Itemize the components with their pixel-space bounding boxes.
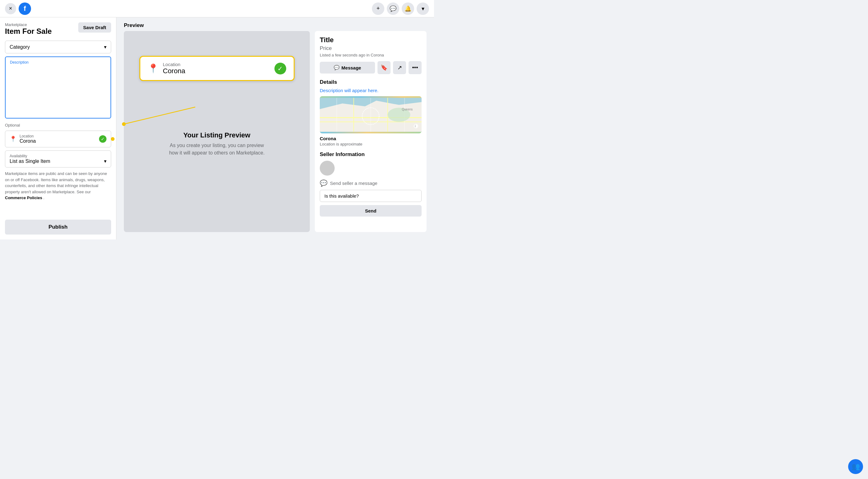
details-section: Details Description will appear here.	[320, 79, 422, 146]
ellipsis-icon: •••	[412, 65, 418, 71]
save-draft-button[interactable]: Save Draft	[78, 22, 111, 33]
location-field[interactable]: 📍 Location Corona ✓	[5, 131, 111, 147]
optional-label: Optional	[5, 123, 111, 128]
popup-location-value: Corona	[163, 67, 270, 75]
availability-label: Availability	[10, 154, 106, 158]
close-button[interactable]: ×	[5, 3, 16, 14]
share-icon: ↗	[397, 64, 402, 71]
location-value: Corona	[20, 138, 96, 144]
item-for-sale-title: Item For Sale	[5, 27, 52, 36]
message-bubble-icon: 💬	[320, 179, 328, 187]
preview-subtitle: As you create your listing, you can prev…	[169, 142, 265, 157]
marketplace-label: Marketplace	[5, 22, 52, 27]
popup-location-pin-icon: 📍	[148, 63, 159, 73]
listing-title: Title	[320, 36, 422, 44]
chevron-down-icon: ▾	[422, 5, 424, 12]
location-popup: 📍 Location Corona ✓	[140, 56, 294, 81]
policy-text: Marketplace items are public and can be …	[5, 171, 111, 201]
send-seller-message-label: Send seller a message	[330, 180, 377, 186]
notifications-button[interactable]: 🔔	[402, 2, 414, 15]
corona-label: Corona	[320, 136, 422, 141]
listing-time: Listed a few seconds ago in Corona	[320, 53, 422, 58]
messenger-btn-icon: 💬	[334, 65, 340, 70]
sidebar-content: Category ▾ Description Optional 📍 Locati…	[0, 38, 116, 215]
more-options-button[interactable]: •••	[408, 61, 422, 74]
messenger-button[interactable]: 💬	[387, 2, 399, 15]
message-input-row: 💬 Send seller a message	[320, 179, 422, 187]
location-check-icon: ✓	[99, 135, 106, 143]
commerce-policies-link[interactable]: Commerce Policies	[5, 196, 42, 200]
account-menu-button[interactable]: ▾	[416, 2, 429, 15]
location-small-label: Location	[20, 134, 96, 138]
save-icon-button[interactable]: 🔖	[377, 61, 391, 74]
description-link[interactable]: Description will appear here.	[320, 88, 422, 93]
svg-point-14	[413, 124, 418, 129]
availability-value: List as Single Item	[10, 159, 50, 164]
right-panel: Title Price Listed a few seconds ago in …	[315, 31, 427, 232]
yellow-dot-indicator	[111, 137, 115, 141]
location-text-block: Location Corona	[20, 134, 96, 144]
nav-right: + 💬 🔔 ▾	[372, 2, 429, 15]
bookmark-icon: 🔖	[381, 64, 388, 71]
message-button[interactable]: 💬 Message	[320, 62, 375, 73]
preview-title: Your Listing Preview	[169, 131, 265, 139]
message-btn-label: Message	[341, 65, 361, 70]
location-pin-icon: 📍	[10, 136, 17, 142]
description-label: Description	[10, 60, 106, 65]
share-icon-button[interactable]: ↗	[393, 61, 406, 74]
plus-button[interactable]: +	[372, 2, 384, 15]
category-chevron-icon: ▾	[104, 44, 106, 50]
message-text-field[interactable]: Is this available?	[320, 190, 422, 202]
nav-left: × f	[5, 2, 31, 15]
messenger-icon: 💬	[390, 5, 397, 12]
map-placeholder: Queens i	[320, 96, 422, 133]
preview-area: Preview 📍 Location Corona ✓	[116, 18, 434, 240]
preview-text-section: Your Listing Preview As you create your …	[169, 131, 265, 157]
details-title: Details	[320, 79, 422, 85]
center-preview-box: 📍 Location Corona ✓ Your Listing Preview	[124, 31, 310, 232]
seller-avatar	[320, 161, 335, 176]
sidebar-title-block: Marketplace Item For Sale	[5, 22, 52, 36]
svg-text:i: i	[415, 125, 416, 128]
top-nav: × f + 💬 🔔 ▾	[0, 0, 434, 18]
seller-info-section: Seller Information 💬 Send seller a messa…	[320, 151, 422, 216]
svg-point-1	[122, 122, 126, 126]
listing-price: Price	[320, 45, 422, 52]
seller-info-title: Seller Information	[320, 151, 422, 158]
bell-icon: 🔔	[404, 5, 411, 12]
category-label: Category	[10, 44, 30, 50]
preview-header: Preview	[116, 18, 434, 31]
close-icon: ×	[9, 5, 12, 12]
popup-location-label: Location	[163, 62, 270, 67]
send-button[interactable]: Send	[320, 205, 422, 216]
action-buttons: 💬 Message 🔖 ↗ •••	[320, 61, 422, 74]
popup-check-icon: ✓	[274, 63, 286, 74]
location-approx: Location is approximate	[320, 142, 422, 146]
map-svg: Queens i	[320, 96, 422, 133]
availability-row: List as Single Item ▾	[10, 158, 106, 164]
sidebar-header: Marketplace Item For Sale Save Draft	[0, 18, 116, 38]
facebook-logo: f	[19, 2, 31, 15]
left-sidebar: Marketplace Item For Sale Save Draft Cat…	[0, 18, 116, 240]
main-container: Marketplace Item For Sale Save Draft Cat…	[0, 18, 434, 240]
plus-icon: +	[377, 5, 380, 12]
availability-dropdown[interactable]: Availability List as Single Item ▾	[5, 150, 111, 168]
svg-text:Queens: Queens	[402, 108, 412, 111]
description-field[interactable]: Description	[5, 57, 111, 118]
svg-line-0	[124, 107, 195, 124]
popup-location-text: Location Corona	[163, 62, 270, 75]
availability-chevron-icon: ▾	[104, 158, 106, 164]
preview-main: 📍 Location Corona ✓ Your Listing Preview	[116, 31, 434, 240]
category-dropdown[interactable]: Category ▾	[5, 41, 111, 54]
publish-button[interactable]: Publish	[5, 220, 111, 235]
